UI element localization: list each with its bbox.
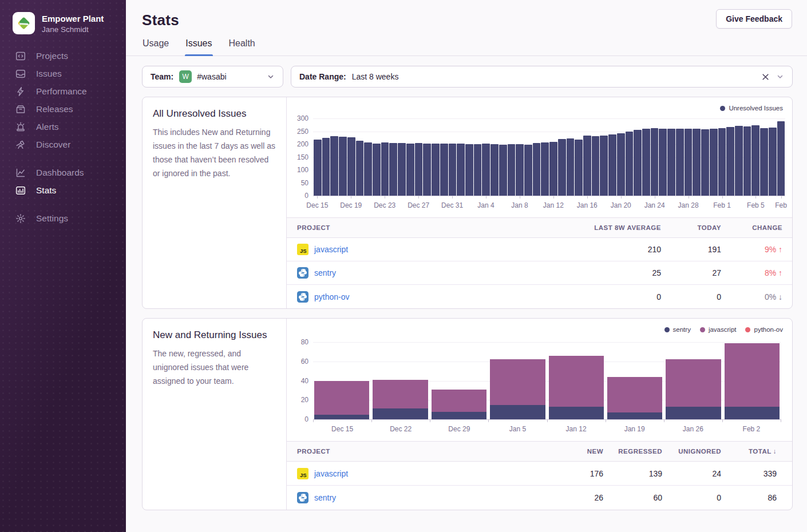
bar[interactable] (533, 143, 541, 196)
stacked-bar[interactable] (607, 342, 662, 419)
bar[interactable] (642, 129, 650, 196)
sidebar-item-issues[interactable]: Issues (0, 65, 126, 82)
bar[interactable] (592, 136, 600, 196)
bar[interactable] (777, 121, 785, 196)
tab-health[interactable]: Health (228, 38, 256, 55)
stacked-bar[interactable] (725, 342, 780, 419)
bar[interactable] (718, 128, 726, 196)
col-unignored[interactable]: Unignored (662, 448, 721, 455)
bar[interactable] (701, 129, 709, 196)
bar[interactable] (549, 142, 557, 196)
bar[interactable] (769, 128, 777, 196)
legend-item[interactable]: Unresolved Issues (720, 105, 783, 112)
col-new[interactable]: New (540, 448, 603, 455)
bar[interactable] (499, 145, 507, 196)
bar[interactable] (676, 129, 684, 196)
bar[interactable] (567, 138, 575, 196)
bar[interactable] (423, 144, 431, 196)
total-value: 86 (721, 493, 777, 502)
bar[interactable] (667, 129, 675, 196)
bar[interactable] (651, 128, 659, 196)
sidebar-item-dashboards[interactable]: Dashboards (0, 164, 126, 181)
bar[interactable] (322, 138, 330, 196)
bar[interactable] (617, 133, 625, 196)
stacked-bar[interactable] (314, 342, 369, 419)
project-link[interactable]: sentry (314, 268, 336, 277)
legend-item[interactable]: python-ov (745, 326, 783, 333)
sidebar-item-projects[interactable]: Projects (0, 47, 126, 65)
bar[interactable] (735, 126, 743, 196)
stacked-bar[interactable] (490, 342, 545, 419)
col-change[interactable]: Change (721, 224, 782, 231)
project-link[interactable]: sentry (314, 493, 336, 502)
bar[interactable] (490, 144, 499, 196)
bar[interactable] (626, 132, 634, 196)
bar[interactable] (482, 144, 490, 196)
bar[interactable] (659, 129, 667, 196)
col-last-8w-average[interactable]: Last 8w Average (567, 224, 661, 231)
bar[interactable] (339, 137, 347, 196)
stacked-bar[interactable] (432, 342, 486, 419)
bar[interactable] (440, 144, 448, 196)
bar[interactable] (760, 128, 768, 196)
bar[interactable] (583, 136, 591, 196)
sidebar-item-releases[interactable]: Releases (0, 100, 126, 118)
bar[interactable] (575, 140, 583, 196)
stacked-bar[interactable] (666, 342, 721, 419)
bar[interactable] (558, 139, 566, 196)
stacked-bar[interactable] (373, 342, 428, 419)
bar[interactable] (381, 142, 389, 196)
sidebar-item-alerts[interactable]: Alerts (0, 118, 126, 136)
bar[interactable] (406, 144, 414, 196)
bar[interactable] (373, 144, 381, 196)
bar[interactable] (710, 129, 718, 196)
bar[interactable] (726, 127, 734, 196)
bar[interactable] (685, 129, 693, 196)
bar[interactable] (608, 134, 616, 196)
sidebar-item-discover[interactable]: Discover (0, 136, 126, 153)
bar[interactable] (356, 141, 364, 196)
tab-bar: Usage Issues Health (126, 38, 807, 56)
bar[interactable] (600, 136, 608, 196)
stacked-bar[interactable] (549, 342, 604, 419)
col-today[interactable]: Today (661, 224, 721, 231)
bar[interactable] (449, 144, 457, 196)
bar[interactable] (634, 130, 642, 196)
bar[interactable] (541, 142, 549, 196)
bar[interactable] (347, 137, 355, 196)
bar[interactable] (432, 144, 440, 196)
sidebar-item-label: Settings (36, 213, 68, 224)
bar[interactable] (524, 145, 532, 196)
bar[interactable] (314, 140, 322, 196)
legend-item[interactable]: javascript (700, 326, 737, 333)
project-link[interactable]: javascript (314, 245, 348, 254)
sidebar-item-settings[interactable]: Settings (0, 209, 126, 227)
bar[interactable] (415, 143, 423, 196)
tab-issues[interactable]: Issues (185, 38, 212, 55)
team-select[interactable]: Team: W #wasabi (142, 66, 283, 88)
bar[interactable] (751, 125, 759, 196)
bar[interactable] (743, 126, 751, 196)
sidebar-item-stats[interactable]: Stats (0, 181, 126, 199)
bar[interactable] (364, 142, 372, 196)
project-link[interactable]: javascript (314, 469, 348, 478)
project-link[interactable]: python-ov (314, 292, 349, 301)
bar[interactable] (508, 144, 516, 196)
legend-item[interactable]: sentry (664, 326, 691, 333)
date-range-select[interactable]: Date Range: Last 8 weeks (291, 66, 793, 88)
tab-usage[interactable]: Usage (142, 38, 169, 55)
col-total[interactable]: Total↓ (721, 448, 777, 455)
bar[interactable] (465, 144, 473, 196)
bar[interactable] (693, 129, 701, 196)
bar[interactable] (389, 143, 397, 196)
give-feedback-button[interactable]: Give Feedback (716, 9, 792, 29)
org-switcher[interactable]: Empower Plant Jane Schmidt (0, 0, 126, 34)
bar[interactable] (330, 136, 338, 196)
bar[interactable] (398, 143, 406, 196)
bar[interactable] (474, 144, 482, 196)
sidebar-item-performance[interactable]: Performance (0, 82, 126, 100)
clear-icon[interactable] (762, 73, 769, 81)
bar[interactable] (457, 144, 465, 196)
bar[interactable] (516, 144, 524, 196)
col-regressed[interactable]: Regressed (603, 448, 662, 455)
